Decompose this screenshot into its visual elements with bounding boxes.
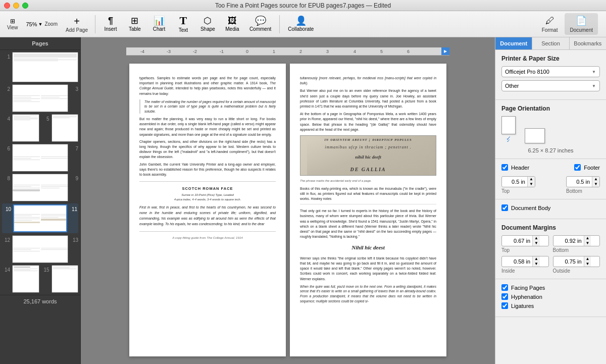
header-top-input[interactable]	[502, 178, 527, 186]
landscape-option[interactable]	[525, 128, 545, 143]
page-row-12: 12 13	[2, 235, 78, 263]
page-num-3: 3	[70, 84, 78, 92]
minimize-button[interactable]	[13, 3, 19, 9]
view-button[interactable]: ⊞ View	[4, 17, 21, 31]
header-checkbox[interactable]	[501, 164, 508, 171]
margin-inside-up[interactable]: ▲	[533, 256, 540, 262]
facing-pages-checkbox[interactable]	[501, 284, 508, 291]
toolbar-separator-2	[279, 15, 280, 33]
footer-bottom-up[interactable]: ▲	[592, 177, 599, 182]
margin-top-input[interactable]	[502, 237, 532, 245]
header-top-down[interactable]: ▼	[528, 182, 535, 187]
margin-bottom-stepper[interactable]: ▲ ▼	[584, 236, 591, 246]
left-caption: A copy-fitting guide from The College An…	[139, 236, 276, 240]
margin-outside-input[interactable]	[553, 257, 584, 266]
view-label: View	[7, 25, 18, 30]
margin-outside-up[interactable]: ▲	[584, 256, 591, 262]
page-thumb-10[interactable]	[13, 204, 67, 232]
text-button[interactable]: T Text	[172, 13, 194, 35]
footer-bottom-stepper[interactable]: ▲ ▼	[592, 177, 599, 187]
table-icon: ⊞	[131, 16, 138, 25]
margin-inside-down[interactable]: ▼	[533, 262, 540, 267]
margin-outside-wrap[interactable]: ▲ ▼	[553, 256, 600, 267]
document-body-checkbox[interactable]	[501, 204, 508, 211]
footer-bottom-input[interactable]	[567, 178, 592, 186]
printer-select[interactable]: Officejet Pro 8100 Other Printer	[501, 66, 600, 77]
page-thumb-5[interactable]	[52, 114, 79, 142]
maximize-button[interactable]	[22, 3, 28, 9]
page-thumb-8[interactable]	[12, 174, 68, 201]
footer-bottom-input-wrap[interactable]: ▲ ▼	[566, 176, 600, 187]
close-button[interactable]	[4, 3, 10, 9]
chart-button[interactable]: 📊 Chart	[148, 14, 170, 34]
header-top-up[interactable]: ▲	[528, 177, 535, 182]
document-icon: 📄	[576, 15, 587, 26]
table-button[interactable]: ⊞ Table	[124, 14, 146, 34]
tab-section[interactable]: Section	[532, 37, 569, 49]
printer-paper-section: Printer & Paper Size Officejet Pro 8100 …	[495, 50, 606, 100]
page-thumb-6[interactable]	[12, 144, 68, 172]
window-controls[interactable]	[4, 3, 28, 9]
right-toolbar: 🖊 Format 📄 Document	[537, 13, 598, 35]
page-num-13: 13	[70, 235, 78, 243]
document-button[interactable]: 📄 Document	[565, 13, 598, 35]
page-divider-2	[139, 231, 276, 232]
page-num-1: 1	[2, 52, 10, 60]
page-thumb-2[interactable]	[12, 84, 68, 112]
scotch-subhead: Surree in 10-Point (Pica) Type, Leaded4-…	[139, 193, 276, 202]
left-page-text-3: John Gambeil, the current Yale Universit…	[139, 162, 276, 178]
ligatures-checkbox[interactable]	[501, 302, 508, 309]
collaborate-button[interactable]: 👤 Collaborate	[284, 14, 318, 34]
margin-outside-down[interactable]: ▼	[584, 262, 591, 267]
doc-canvas[interactable]: -4 -3 -2 -1 0 1 2 3 4 5 6 ▶ typefaces. S…	[81, 37, 495, 364]
comment-button[interactable]: 💬 Comment	[245, 14, 275, 34]
right-col-text-2: Werner says she thinks "the original scr…	[300, 256, 436, 282]
portrait-option[interactable]: ✓	[501, 116, 516, 143]
header-top-stepper[interactable]: ▲ ▼	[527, 177, 535, 187]
add-page-icon: +	[74, 16, 80, 27]
format-button[interactable]: 🖊 Format	[537, 13, 563, 35]
paper-select[interactable]: Other Letter A4 Legal	[501, 80, 600, 91]
margin-outside-stepper[interactable]: ▲ ▼	[584, 256, 591, 267]
header-top-input-wrap[interactable]: ▲ ▼	[501, 176, 535, 187]
margin-inside-wrap[interactable]: ▲ ▼	[501, 256, 549, 267]
page-thumb-1[interactable]	[12, 52, 78, 82]
page-divider-1	[139, 181, 276, 182]
hyphenation-checkbox[interactable]	[501, 293, 508, 300]
margin-bottom-down[interactable]: ▼	[584, 241, 591, 246]
page-num-4: 4	[2, 114, 10, 122]
margin-top-up[interactable]: ▲	[533, 236, 540, 241]
margin-bottom-input[interactable]	[553, 237, 584, 245]
paper-dropdown-wrap[interactable]: Other Letter A4 Legal	[501, 80, 600, 91]
insert-button[interactable]: ¶ Insert	[99, 14, 122, 34]
page-thumb-15[interactable]	[52, 265, 79, 293]
footer-bottom-down[interactable]: ▼	[592, 182, 599, 187]
page-thumb-14[interactable]	[12, 265, 39, 293]
document-label: Document	[570, 27, 593, 33]
tab-bookmarks[interactable]: Bookmarks	[570, 37, 606, 49]
header-footer-section: Header Footer ▲ ▼ Top	[495, 159, 606, 199]
margin-top-stepper[interactable]: ▲ ▼	[532, 236, 540, 246]
shape-button[interactable]: ⬡ Shape	[196, 14, 219, 34]
margin-bottom-wrap[interactable]: ▲ ▼	[553, 235, 600, 246]
right-page[interactable]: tultaneously [more relevant, perhaps, fo…	[290, 64, 446, 356]
blockquote-text: The matter of estimating the number of p…	[144, 100, 276, 113]
margin-inside-input[interactable]	[502, 257, 532, 266]
page-thumb-4[interactable]	[12, 114, 39, 142]
tab-bookmarks-label: Bookmarks	[574, 40, 601, 46]
tab-document[interactable]: Document	[495, 37, 532, 49]
margin-top-down[interactable]: ▼	[533, 241, 540, 246]
left-page[interactable]: typefaces. Samples to estimate words per…	[129, 64, 286, 356]
left-page-intro: typefaces. Samples to estimate words per…	[139, 76, 276, 96]
media-button[interactable]: 🖼 Media	[221, 14, 243, 34]
right-col-text-3: When the quire was full, you'd move on t…	[300, 284, 436, 304]
printer-dropdown-wrap[interactable]: Officejet Pro 8100 Other Printer	[501, 66, 600, 77]
add-page-button[interactable]: + Add Page	[63, 15, 91, 34]
orientation-options: ✓	[501, 116, 600, 143]
margin-top-wrap[interactable]: ▲ ▼	[501, 235, 549, 246]
footer-checkbox[interactable]	[574, 164, 581, 171]
zoom-button[interactable]: 75% ▼ Zoom	[23, 20, 61, 29]
margin-inside-stepper[interactable]: ▲ ▼	[532, 256, 540, 267]
page-thumb-12[interactable]	[12, 235, 68, 263]
margin-bottom-up[interactable]: ▲	[584, 236, 591, 241]
